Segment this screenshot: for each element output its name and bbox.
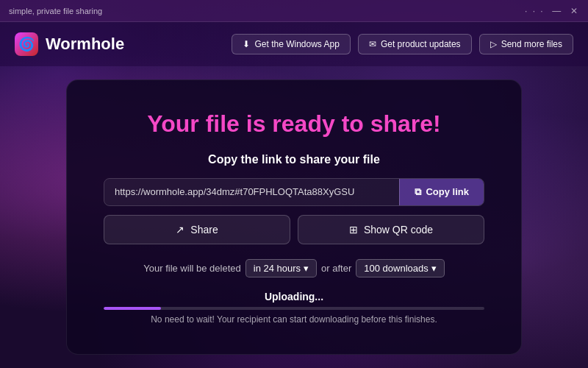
- progress-bar-track: [104, 307, 484, 310]
- copy-icon: ⧉: [415, 186, 421, 198]
- main-content: Your file is ready to share! Copy the li…: [0, 66, 588, 368]
- card-subtitle: Copy the link to share your file: [104, 153, 484, 166]
- window-controls[interactable]: · · · — ✕: [525, 6, 579, 16]
- upload-note: No need to wait! Your recipient can star…: [151, 314, 437, 325]
- navbar: 🌀 Wormhole ⬇ Get the Windows App ✉ Get p…: [0, 22, 588, 66]
- mail-icon: ✉: [369, 39, 376, 49]
- titlebar: simple, private file sharing · · · — ✕: [0, 0, 588, 22]
- share-icon: ↗: [176, 224, 184, 236]
- downloads-dropdown[interactable]: 100 downloads ▾: [356, 259, 444, 277]
- product-updates-button[interactable]: ✉ Get product updates: [358, 34, 472, 54]
- download-icon: ⬇: [243, 39, 250, 49]
- link-row: ⧉ Copy link: [104, 178, 484, 206]
- time-dropdown[interactable]: in 24 hours ▾: [245, 259, 317, 277]
- card-title: Your file is ready to share!: [104, 110, 484, 138]
- share-button[interactable]: ↗ Share: [104, 215, 290, 244]
- logo: 🌀 Wormhole: [15, 32, 124, 56]
- qr-icon: ⊞: [349, 224, 358, 236]
- send-more-files-button[interactable]: ▷ Send more files: [479, 34, 573, 54]
- upload-section: Uploading... No need to wait! Your recip…: [104, 291, 484, 325]
- link-input[interactable]: [104, 179, 399, 205]
- share-card: Your file is ready to share! Copy the li…: [66, 79, 522, 354]
- logo-text: Wormhole: [46, 35, 124, 54]
- logo-icon: 🌀: [15, 32, 38, 56]
- action-row: ↗ Share ⊞ Show QR code: [104, 215, 484, 244]
- show-qr-button[interactable]: ⊞ Show QR code: [298, 215, 484, 244]
- progress-bar-fill: [104, 307, 161, 310]
- delete-info-row: Your file will be deleted in 24 hours ▾ …: [104, 259, 484, 277]
- copy-link-button[interactable]: ⧉ Copy link: [399, 179, 484, 205]
- get-windows-app-button[interactable]: ⬇ Get the Windows App: [232, 34, 350, 54]
- window-title: simple, private file sharing: [9, 7, 102, 15]
- send-icon: ▷: [490, 39, 497, 49]
- chevron-down-icon: ▾: [304, 263, 309, 274]
- uploading-label: Uploading...: [265, 291, 323, 302]
- chevron-down-icon: ▾: [431, 263, 437, 274]
- nav-buttons: ⬇ Get the Windows App ✉ Get product upda…: [232, 34, 573, 54]
